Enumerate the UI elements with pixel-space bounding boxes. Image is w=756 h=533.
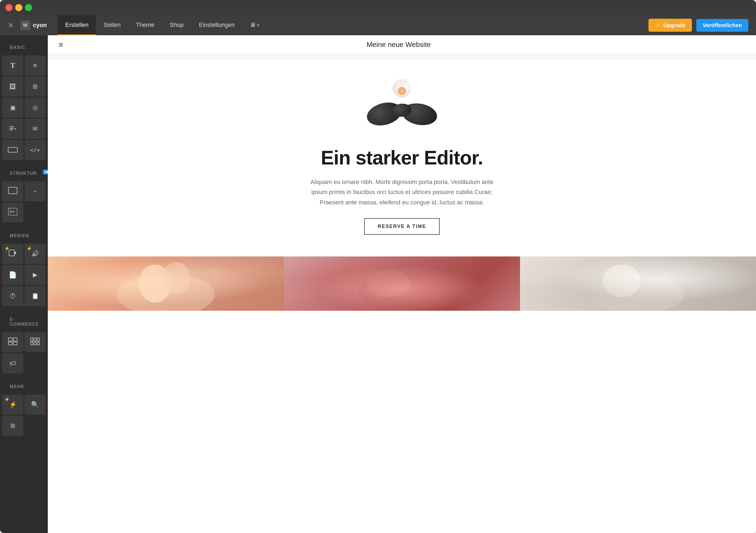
sidebar-item-container[interactable]	[2, 181, 23, 201]
preview-images-row	[48, 256, 756, 311]
close-button[interactable]	[5, 4, 13, 11]
sidebar-item-gallery[interactable]: ⊞	[24, 77, 46, 97]
divider-icon: ÷	[33, 188, 37, 195]
svg-rect-19	[31, 342, 33, 345]
sidebar-item-video[interactable]: ⚡	[2, 244, 23, 264]
svg-rect-20	[34, 342, 36, 345]
sidebar-item-label[interactable]: 🏷	[2, 353, 23, 373]
flower	[388, 76, 416, 106]
youtube-icon: ▶	[33, 271, 38, 278]
minimize-button[interactable]	[15, 4, 22, 11]
canvas-area[interactable]: ≡ Meine neue Website	[48, 35, 756, 533]
neu-badge: NEU	[43, 170, 48, 174]
sidebar-item-timer[interactable]: ⏱	[2, 286, 23, 306]
svg-line-9	[10, 212, 11, 213]
hero-text: Aliquam eu ornare nibh. Morbi dignissim …	[307, 177, 497, 207]
sidebar-item-doc[interactable]: 📄	[2, 265, 23, 285]
nav-device[interactable]: 🖥▾	[242, 15, 267, 35]
upgrade-button[interactable]: ⚡ Upgrade	[648, 19, 692, 32]
sidebar-item-audio[interactable]: ⚡ 🔊	[24, 244, 46, 264]
sidebar-item-file[interactable]: 📋	[24, 286, 46, 306]
sidebar-item-search[interactable]: 🔍	[24, 394, 46, 415]
preview-site-title: Meine neue Website	[366, 40, 431, 49]
sidebar-item-code[interactable]: </>	[24, 140, 46, 160]
sidebar-item-slideshow[interactable]: ▣	[2, 98, 23, 118]
hero-title: Ein starker Editor.	[321, 146, 483, 169]
window-chrome	[0, 0, 756, 15]
video-icon	[9, 250, 17, 258]
sidebar-item-menu[interactable]: ≡	[24, 55, 46, 75]
preview-hero-image	[364, 76, 440, 136]
device-icon: 🖥▾	[250, 21, 259, 29]
sidebar-item-list[interactable]	[2, 119, 23, 139]
spa-image-3	[520, 256, 756, 311]
sidebar-mehr-grid: ⚡ ⚡ 🔍 ⊞	[0, 393, 48, 437]
sidebar-item-target[interactable]: ◎	[24, 98, 46, 118]
sidebar-item-mehr-grid[interactable]: ⊞	[2, 416, 23, 436]
sidebar-item-text[interactable]: T	[2, 55, 23, 75]
nav-seiten[interactable]: Seiten	[96, 15, 128, 35]
spa-illustration	[364, 76, 440, 125]
file-icon: 📋	[32, 292, 39, 300]
audio-icon: 🔊	[32, 250, 39, 257]
website-preview: ≡ Meine neue Website	[48, 35, 756, 533]
sidebar-item-email[interactable]: ✉	[24, 119, 46, 139]
cta-button[interactable]: RESERVE A TIME	[364, 218, 440, 235]
svg-rect-12	[9, 338, 12, 341]
logo-name: cyon	[33, 22, 47, 29]
menu-icon: ≡	[33, 62, 37, 69]
topbar-nav: Erstellen Seiten Theme Shop Einstellunge…	[58, 15, 648, 35]
code-icon: </>	[30, 147, 40, 153]
section-basic-label: BASIC	[0, 35, 48, 54]
flower-center	[398, 87, 406, 95]
sidebar-item-embed[interactable]	[2, 202, 23, 222]
text-icon: T	[10, 61, 15, 70]
sidebar-item-button[interactable]	[2, 140, 23, 160]
slideshow-icon: ▣	[10, 104, 16, 111]
svg-rect-18	[37, 338, 40, 341]
logo-icon: W	[20, 20, 30, 30]
sidebar-item-mehr-lightning[interactable]: ⚡ ⚡	[2, 394, 23, 415]
sidebar-item-youtube[interactable]: ▶	[24, 265, 46, 285]
embed-icon	[8, 208, 17, 217]
sidebar-basic-grid: T ≡ 🖼 ⊞ ▣ ◎	[0, 54, 48, 161]
spa-image-2	[284, 256, 520, 311]
section-mehr-label: MEHR	[0, 374, 48, 393]
sidebar-item-product-grid[interactable]	[24, 332, 46, 352]
maximize-button[interactable]	[25, 4, 32, 11]
search-icon: 🔍	[31, 401, 39, 408]
svg-rect-15	[13, 342, 17, 345]
container-icon	[8, 187, 17, 196]
sidebar-item-image[interactable]: 🖼	[2, 77, 23, 97]
nav-theme[interactable]: Theme	[128, 15, 162, 35]
section-ecommerce-label: E-COMMERCE	[0, 307, 48, 331]
lightning-badge-3: ⚡	[4, 397, 10, 402]
svg-point-26	[359, 273, 446, 311]
doc-icon: 📄	[9, 271, 17, 279]
svg-point-28	[366, 270, 410, 297]
sidebar-item-products[interactable]	[2, 332, 23, 352]
publish-button[interactable]: Veröffentlichen	[696, 19, 748, 32]
svg-rect-13	[13, 338, 17, 341]
target-icon: ◎	[33, 104, 38, 111]
preview-hamburger-icon[interactable]: ≡	[59, 40, 63, 49]
svg-rect-14	[9, 342, 12, 345]
topbar: ✕ W cyon Erstellen Seiten Theme Shop Ein…	[0, 15, 756, 35]
svg-point-30	[592, 275, 684, 311]
spa-image-1	[48, 256, 284, 311]
nav-erstellen[interactable]: Erstellen	[58, 15, 96, 35]
preview-topbar: ≡ Meine neue Website	[48, 35, 756, 54]
products-icon	[8, 338, 17, 347]
sidebar-item-divider[interactable]: ÷	[24, 181, 46, 201]
timer-icon: ⏱	[10, 292, 16, 300]
topbar-close-button[interactable]: ✕	[8, 21, 14, 30]
image-icon: 🖼	[10, 83, 16, 90]
svg-marker-11	[15, 251, 16, 255]
svg-rect-17	[34, 338, 36, 341]
section-medien-label: MEDIEN	[0, 224, 48, 242]
mehr-grid-icon: ⊞	[10, 422, 15, 429]
sidebar: BASIC T ≡ 🖼 ⊞ ▣ ◎	[0, 35, 48, 533]
nav-shop[interactable]: Shop	[162, 15, 191, 35]
sidebar-ecommerce-grid: 🏷	[0, 331, 48, 374]
nav-einstellungen[interactable]: Einstellungen	[191, 15, 242, 35]
